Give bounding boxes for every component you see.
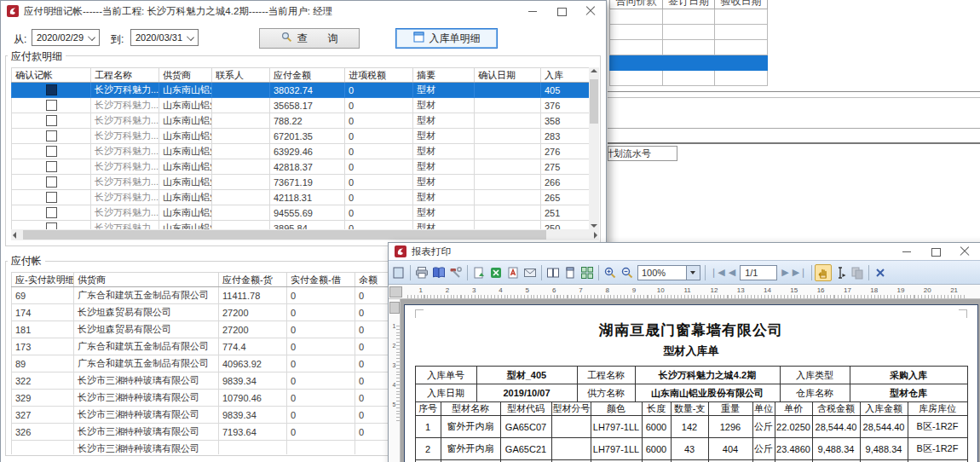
checkbox[interactable]	[46, 130, 57, 141]
titlebar[interactable]: 报表打印	[389, 243, 980, 261]
scroll-up-icon[interactable]	[591, 69, 597, 72]
table-row[interactable]	[610, 55, 768, 71]
zoom-in-icon[interactable]	[602, 264, 619, 281]
column-header[interactable]: 应-实付款明细ID	[12, 273, 74, 287]
ruler-margin-thumb[interactable]	[389, 302, 400, 314]
cell: 2019/10/07	[476, 384, 577, 402]
zoom-level-value: 100%	[642, 268, 666, 278]
maximize-icon[interactable]	[556, 6, 567, 16]
column-header[interactable]: 实付金额-借	[287, 273, 355, 287]
checkbox[interactable]	[46, 115, 57, 126]
table-row[interactable]: 长沙市三湘特种玻璃有限公司	[12, 441, 425, 455]
scrollbar-thumb[interactable]	[23, 230, 546, 240]
zoom-out-icon[interactable]	[619, 264, 636, 281]
prev-page-icon[interactable]: ◀	[727, 267, 737, 278]
close-icon[interactable]	[585, 6, 596, 16]
copy-page-icon[interactable]	[849, 264, 866, 281]
query-button[interactable]: 查 询	[259, 28, 360, 49]
checkbox[interactable]	[46, 222, 57, 229]
column-header[interactable]: 进项税额	[345, 68, 413, 83]
scroll-left-icon[interactable]	[13, 232, 16, 239]
checkbox[interactable]	[46, 192, 57, 203]
print-preview-area[interactable]: 湖南亘晟门窗幕墙有限公司 型材入库单 入库单号型材_405工程名称长沙万科魅力之…	[389, 299, 980, 462]
column-header: 型材分号	[551, 402, 591, 416]
table-row[interactable]	[610, 25, 768, 40]
from-date-combo[interactable]: 2020/02/29	[32, 29, 100, 46]
column-header[interactable]: 应付金额	[270, 68, 345, 83]
multi-page-view-icon[interactable]	[579, 264, 596, 281]
first-page-icon[interactable]: ❘◀	[708, 267, 727, 278]
table-row[interactable]: 173广东合和建筑五金制品有限公司774.400	[12, 338, 425, 355]
column-header[interactable]: 供货商	[74, 273, 219, 287]
column-header[interactable]: 确认日期	[475, 68, 541, 83]
table-row[interactable]: 长沙万科魅力...山东南山铝业...63929.460型材276	[12, 144, 590, 159]
column-header[interactable]: 供货商	[159, 68, 212, 83]
last-page-icon[interactable]: ▶❘	[791, 267, 810, 278]
table-row[interactable]: 327长沙市三湘特种玻璃有限公司9839.3400	[12, 407, 425, 424]
inbound-detail-button[interactable]: 入库单明细	[395, 28, 498, 49]
pdf-export-icon[interactable]	[504, 264, 522, 281]
scroll-down-icon[interactable]	[591, 224, 597, 228]
scrollbar-thumb[interactable]	[590, 79, 598, 124]
column-header[interactable]: 应付金额-货	[219, 273, 287, 287]
close-preview-icon[interactable]	[872, 264, 889, 281]
table-row[interactable]: 69广东合和建筑五金制品有限公司11411.7800	[12, 287, 425, 304]
table-row[interactable]: 329长沙市三湘特种玻璃有限公司10790.4600	[12, 390, 425, 407]
column-header[interactable]: 联系人	[212, 68, 270, 83]
minimize-icon[interactable]	[902, 246, 912, 257]
table-row[interactable]: 326长沙市三湘特种玻璃有限公司7193.6400	[12, 424, 425, 441]
table-row[interactable]: 174长沙坦森贸易有限公司2720000	[12, 304, 425, 321]
checkbox[interactable]	[46, 161, 57, 172]
zoom-level-combo[interactable]: 100%	[637, 265, 700, 280]
export-icon[interactable]	[470, 264, 487, 281]
chevron-down-icon[interactable]	[686, 266, 700, 280]
page-setup-icon[interactable]	[390, 264, 407, 281]
scroll-right-icon[interactable]	[594, 232, 597, 239]
checkbox[interactable]	[46, 100, 57, 111]
column-header[interactable]: 摘要	[413, 68, 475, 83]
close-icon[interactable]	[960, 246, 970, 257]
table-row[interactable]: 89广东合和建筑五金制品有限公司40963.9200	[12, 355, 425, 372]
table-row[interactable]: 长沙万科魅力...山东南山铝业...35658.170型材376	[12, 98, 590, 113]
table-row[interactable]: 长沙万科魅力...山东南山铝业...42818.370型材275	[12, 159, 590, 175]
vertical-scrollbar[interactable]	[589, 67, 599, 229]
excel-export-icon[interactable]	[487, 264, 504, 281]
table-row[interactable]: 长沙万科魅力...山东南山铝业...38032.740型材405	[12, 83, 590, 98]
checkbox[interactable]	[46, 84, 57, 95]
checkbox[interactable]	[46, 207, 57, 218]
table-row[interactable]	[610, 40, 768, 55]
maximize-icon[interactable]	[931, 246, 941, 257]
to-date-combo[interactable]: 2020/03/31	[130, 29, 199, 46]
two-page-view-icon[interactable]	[545, 264, 562, 281]
tools-icon[interactable]	[447, 264, 464, 281]
table-row[interactable]	[610, 71, 768, 86]
single-page-view-icon[interactable]	[562, 264, 579, 281]
column-header[interactable]: 工程名称	[91, 68, 159, 83]
checkbox[interactable]	[46, 176, 57, 188]
next-page-icon[interactable]: ▶	[780, 267, 790, 278]
horizontal-scrollbar[interactable]	[11, 229, 599, 240]
email-icon[interactable]	[522, 264, 539, 281]
plan-serial-field[interactable]: 计划流水号	[608, 146, 677, 161]
table-row[interactable]: 长沙万科魅力...山东南山铝业...67201.350型材283	[12, 129, 590, 144]
minimize-icon[interactable]	[527, 6, 538, 16]
table-row[interactable]: 长沙万科魅力...山东南山铝业...788.220型材358	[12, 113, 590, 129]
table-row[interactable]: 长沙万科魅力...山东南山铝业...73671.190型材266	[12, 175, 590, 190]
column-header[interactable]: 入库	[541, 68, 590, 83]
ruler-margin-thumb[interactable]	[389, 286, 402, 297]
table-row[interactable]: 322长沙市三湘特种玻璃有限公司9839.3400	[12, 372, 425, 390]
table-row[interactable]	[610, 9, 768, 25]
column-header[interactable]: 确认记帐	[12, 68, 91, 83]
table-row[interactable]: 长沙万科魅力...山东南山铝业...94555.690型材251	[12, 205, 590, 221]
table-row[interactable]: 181长沙坦森贸易有限公司2720000	[12, 321, 425, 338]
print-icon[interactable]	[413, 264, 430, 281]
titlebar[interactable]: 应付明细记帐------当前工程: 长沙万科魅力之城4.2期------当前用户…	[1, 1, 606, 21]
text-select-tool-icon[interactable]	[832, 264, 849, 281]
cell: 型材	[413, 190, 475, 205]
book-icon[interactable]	[430, 264, 447, 281]
table-row[interactable]: 长沙万科魅力...山东南山铝业...3895.840型材250	[12, 221, 590, 230]
hand-tool-icon[interactable]	[815, 264, 832, 281]
table-row[interactable]: 长沙万科魅力...山东南山铝业...42118.310型材265	[12, 190, 590, 205]
checkbox[interactable]	[46, 146, 57, 157]
page-number-input[interactable]: 1/1	[740, 265, 777, 280]
